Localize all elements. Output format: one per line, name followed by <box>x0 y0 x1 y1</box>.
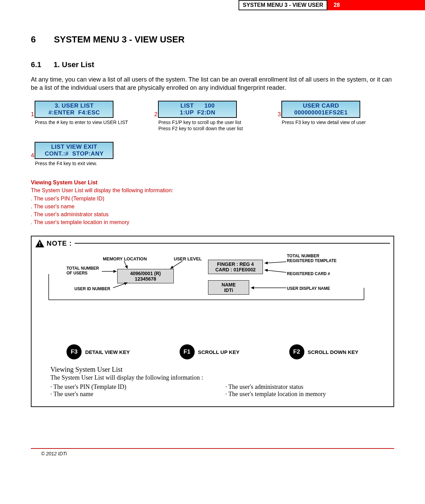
section-title: SYSTEM MENU 3 - VIEW USER <box>54 34 184 45</box>
step-number: 2 <box>154 111 157 118</box>
subsection-number: 6.1 <box>31 60 51 69</box>
diagram-text-line: The System User List will display the fo… <box>50 374 380 381</box>
lcd-screen: 3. USER LIST #:ENTER F4:ESC <box>35 101 113 118</box>
lcd-screen: LIST 100 1:UP F2:DN <box>158 101 237 118</box>
page-footer: © 2012 IDTi <box>31 448 394 463</box>
lcd-screen: USER CARD 000000001EFS2E1 <box>281 101 360 118</box>
svg-text:!: ! <box>39 241 40 247</box>
svg-line-3 <box>170 261 182 269</box>
step-number: 1 <box>31 111 34 118</box>
fkey-label: SCROLL DOWN KEY <box>308 349 359 355</box>
redlist-item: . The user's administrator status <box>31 210 394 218</box>
svg-line-7 <box>265 270 286 272</box>
lcd-line1: USER CARD <box>303 102 339 109</box>
svg-line-6 <box>265 262 286 263</box>
lcd-caption: Press the # key to enter to view USER LI… <box>35 119 134 125</box>
note-divider <box>75 243 390 244</box>
lcd-line2: 1:UP F2:DN <box>180 109 215 116</box>
lcd-step-4: 4 LIST VIEW EXIT CONT.:# STOP:ANY Press … <box>31 142 134 167</box>
diagram-arrows <box>38 254 381 308</box>
redlist-item: . The user's template location in memory <box>31 218 394 226</box>
lcd-caption: Press F3 key to view detail view of user <box>282 119 380 125</box>
lcd-screen: LIST VIEW EXIT CONT.:# STOP:ANY <box>35 142 113 159</box>
redlist-item: . The user's PIN (Template ID) <box>31 195 394 202</box>
fkey-circle: F2 <box>289 344 304 359</box>
lcd-step-3: 3 USER CARD 000000001EFS2E1 Press F3 key… <box>278 101 380 132</box>
lcd-caption: Press the F4 key to exit view. <box>35 160 134 167</box>
fkey-f3: F3 DETAIL VIEW KEY <box>66 344 130 359</box>
lcd-steps-grid: 1 3. USER LIST #:ENTER F4:ESC Press the … <box>31 101 394 167</box>
page-number: 28 <box>327 0 346 10</box>
note-label: NOTE : <box>47 239 72 247</box>
header-title: SYSTEM MENU 3 - VIEW USER <box>239 0 327 10</box>
diagram-description: Viewing System User List The System User… <box>32 359 393 398</box>
section-number: 6 <box>31 34 51 45</box>
lcd-line1: LIST 100 <box>180 102 215 109</box>
diagram-text-col2: The user's administrator status The user… <box>226 383 380 398</box>
viewing-userlist-notes: Viewing System User List The System User… <box>31 179 394 226</box>
note-header: ! NOTE : <box>32 236 393 250</box>
fkey-circle: F1 <box>180 344 195 359</box>
step-number: 3 <box>278 111 281 118</box>
lcd-caption: Press F1/P key to scroll up the user lis… <box>158 119 257 132</box>
function-keys-row: F3 DETAIL VIEW KEY F1 SCROLL UP KEY F2 S… <box>32 344 393 359</box>
warning-icon: ! <box>35 239 45 248</box>
header-red-strip: SYSTEM MENU 3 - VIEW USER 28 <box>0 0 425 10</box>
lcd-line1: LIST VIEW EXIT <box>51 144 97 150</box>
subsection-title: 1. User List <box>53 60 94 69</box>
user-list-diagram: MEMORY LOCATION USER LEVEL TOTAL NUMBER … <box>38 254 387 339</box>
svg-line-2 <box>124 261 127 269</box>
fkey-label: DETAIL VIEW KEY <box>85 349 130 355</box>
fkey-f2: F2 SCROLL DOWN KEY <box>289 344 359 359</box>
note-diagram-box: ! NOTE : MEMORY LOCATION USER LEVEL TOTA… <box>31 236 394 407</box>
lcd-step-2: 2 LIST 100 1:UP F2:DN Press F1/P key to … <box>154 101 257 132</box>
lcd-line2: 000000001EFS2E1 <box>294 109 348 116</box>
redlist-subhead: The System User List will display the fo… <box>31 186 394 194</box>
fkey-label: SCROLL UP KEY <box>198 349 240 355</box>
page-header: SYSTEM MENU 3 - VIEW USER 28 <box>0 0 425 10</box>
redlist-item: . The user's name <box>31 202 394 210</box>
svg-line-5 <box>113 283 127 288</box>
section-heading: 6 SYSTEM MENU 3 - VIEW USER <box>31 34 394 45</box>
lcd-line2: #:ENTER F4:ESC <box>48 109 100 116</box>
fkey-f1: F1 SCROLL UP KEY <box>180 344 240 359</box>
lcd-step-1: 1 3. USER LIST #:ENTER F4:ESC Press the … <box>31 101 134 132</box>
step-number: 4 <box>31 152 34 159</box>
subsection-heading: 6.1 1. User List <box>31 60 394 69</box>
lcd-line1: 3. USER LIST <box>55 102 94 109</box>
intro-paragraph: At any time, you can view a list of all … <box>31 75 394 92</box>
diagram-text-col1: The user's PIN (Template ID) The user's … <box>50 383 205 398</box>
diagram-text-heading: Viewing System User List <box>50 366 380 373</box>
redlist-heading: Viewing System User List <box>31 179 394 186</box>
lcd-line2: CONT.:# STOP:ANY <box>45 150 104 157</box>
fkey-circle: F3 <box>66 344 82 359</box>
